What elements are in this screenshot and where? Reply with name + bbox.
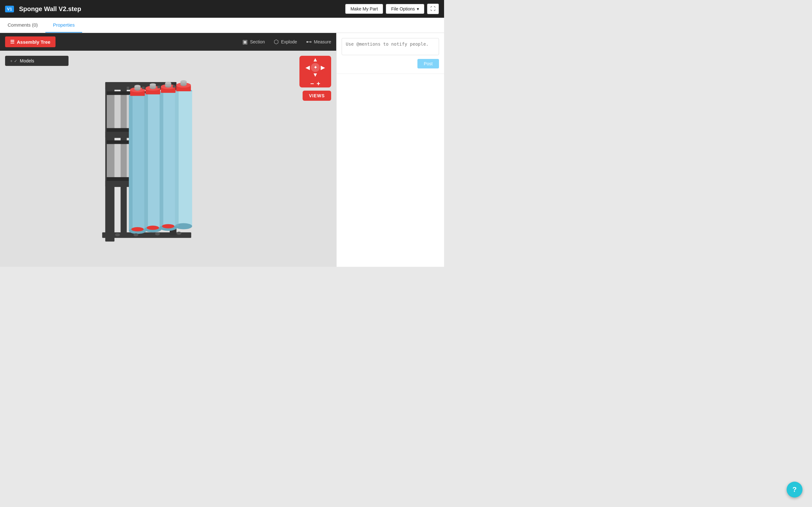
svg-point-57	[134, 233, 138, 236]
section-label: Section	[250, 39, 265, 44]
svg-point-54	[147, 226, 159, 230]
section-icon: ▣	[242, 38, 248, 45]
tab-properties[interactable]: Properties	[45, 18, 82, 33]
zoom-in-button[interactable]: +	[316, 80, 320, 88]
svg-point-40	[150, 83, 156, 86]
toolbar-actions: ▣ Section ⬡ Explode ⊷ Measure	[242, 38, 331, 45]
nav-down-button[interactable]: ▼	[312, 72, 319, 78]
section-action[interactable]: ▣ Section	[242, 38, 265, 45]
svg-rect-28	[175, 91, 179, 226]
comment-actions: Post	[342, 59, 439, 68]
viewport[interactable]: + ✓ Models	[0, 51, 336, 267]
3d-model	[85, 64, 218, 254]
nav-cube-arrows: ▲ ◀ ✦ ▶ ▼	[304, 56, 327, 79]
svg-point-34	[135, 85, 141, 88]
comment-input[interactable]	[342, 38, 439, 55]
toolbar: ☰ Assembly Tree ▣ Section ⬡ Explode ⊷ Me…	[0, 33, 336, 51]
assembly-tree-button[interactable]: ☰ Assembly Tree	[5, 37, 55, 47]
header-buttons: Make My Part File Options ▾ ⛶	[345, 3, 439, 14]
svg-rect-62	[157, 86, 160, 89]
explode-icon: ⬡	[274, 38, 279, 45]
svg-point-46	[165, 82, 171, 84]
svg-rect-61	[142, 87, 145, 89]
fullscreen-button[interactable]: ⛶	[427, 3, 439, 14]
svg-rect-20	[144, 95, 148, 229]
nav-left-button[interactable]: ◀	[304, 64, 311, 71]
nav-right-button[interactable]: ▶	[319, 64, 326, 71]
make-my-part-button[interactable]: Make My Part	[345, 4, 383, 14]
svg-point-59	[176, 232, 181, 235]
post-button[interactable]: Post	[417, 59, 439, 68]
views-button[interactable]: VIEWS	[303, 91, 331, 101]
toggle-model-icon[interactable]: ✓	[14, 59, 17, 63]
svg-rect-16	[129, 96, 133, 231]
nav-cube: ▲ ◀ ✦ ▶ ▼ − +	[299, 56, 331, 88]
assembly-tree-icon: ☰	[10, 39, 14, 45]
zoom-out-button[interactable]: −	[310, 80, 314, 88]
explode-label: Explode	[281, 39, 297, 44]
v1-badge: V1	[5, 6, 14, 12]
models-panel: + ✓ Models	[5, 56, 68, 66]
svg-rect-60	[127, 87, 130, 89]
nav-center-button[interactable]: ✦	[311, 63, 320, 72]
model-svg	[85, 64, 218, 254]
models-label: Models	[20, 58, 34, 63]
measure-icon: ⊷	[306, 38, 312, 45]
measure-label: Measure	[314, 39, 331, 44]
file-options-label: File Options	[391, 6, 415, 11]
explode-action[interactable]: ⬡ Explode	[274, 38, 297, 45]
main-content: ☰ Assembly Tree ▣ Section ⬡ Explode ⊷ Me…	[0, 33, 444, 267]
tab-comments[interactable]: Comments (0)	[0, 18, 45, 33]
svg-point-52	[181, 80, 187, 83]
app-title: Sponge Wall V2.step	[19, 5, 340, 13]
svg-point-56	[115, 233, 120, 236]
file-options-button[interactable]: File Options ▾	[386, 4, 424, 14]
file-options-arrow-icon: ▾	[417, 6, 419, 11]
nav-zoom-controls: − +	[310, 80, 320, 88]
comment-input-area: Post	[337, 33, 444, 74]
models-panel-icons: + ✓	[10, 59, 17, 63]
svg-point-55	[162, 224, 174, 228]
svg-point-53	[131, 227, 144, 232]
svg-rect-24	[159, 93, 163, 228]
add-model-icon[interactable]: +	[10, 59, 13, 63]
measure-action[interactable]: ⊷ Measure	[306, 38, 331, 45]
nav-up-button[interactable]: ▲	[312, 56, 319, 63]
svg-rect-63	[173, 85, 175, 88]
right-panel: Post	[336, 33, 444, 267]
header: V1 Sponge Wall V2.step Make My Part File…	[0, 0, 444, 18]
tabs-bar: Comments (0) Properties	[0, 18, 444, 33]
svg-point-58	[155, 232, 160, 235]
assembly-tree-label: Assembly Tree	[17, 39, 50, 45]
